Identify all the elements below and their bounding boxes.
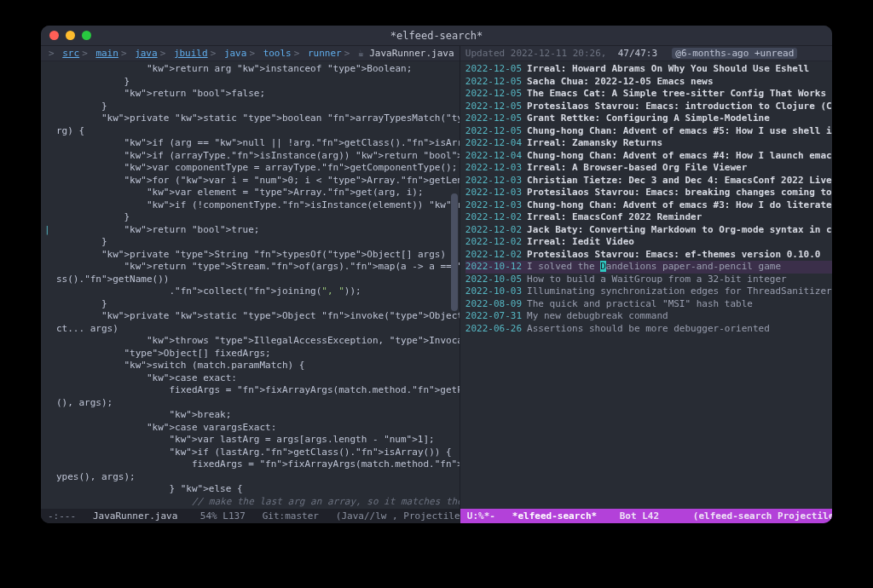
feed-row[interactable]: 2022-12-04Irreal: Zamansky Returns: [465, 137, 832, 150]
code-line[interactable]: "kw">throws "type">IllegalAccessExceptio…: [56, 335, 453, 348]
code-line[interactable]: "kw">if (!componentType."fn">isInstance(…: [56, 199, 453, 212]
code-line[interactable]: // make the last arg an array, so it mat…: [56, 496, 453, 509]
feed-row[interactable]: 2022-12-05Grant Rettke: Configuring A Si…: [465, 112, 832, 125]
feed-title: Illuminating synchronization edges for T…: [527, 285, 832, 298]
code-line[interactable]: "kw">switch (match.paramMatch) {: [56, 360, 453, 372]
breadcrumb-file[interactable]: JavaRunner.java: [369, 48, 454, 59]
feed-date: 2022-10-03: [465, 285, 522, 298]
code-line[interactable]: "kw">return arg "kw">instanceof "type">B…: [56, 63, 453, 76]
feed-row[interactable]: 2022-12-05The Emacs Cat: A Simple tree-s…: [465, 88, 832, 101]
feed-title: My new debugbreak command: [527, 310, 832, 323]
code-line[interactable]: "kw">return "bool">false;: [56, 88, 453, 101]
code-line[interactable]: "kw">if (lastArg."fn">getClass()."fn">is…: [56, 447, 453, 459]
feed-date: 2022-12-03: [465, 199, 522, 212]
code-line[interactable]: "kw">break;: [56, 409, 453, 422]
scrollbar-thumb-left[interactable]: [451, 193, 458, 311]
code-line[interactable]: }: [56, 236, 453, 249]
feed-row[interactable]: 2022-12-02Protesilaos Stavrou: Emacs: ef…: [465, 249, 832, 262]
code-line[interactable]: rg) {: [56, 125, 453, 138]
feed-row[interactable]: 2022-12-02Irreal: EmacsConf 2022 Reminde…: [465, 211, 832, 224]
modeline-vc: Git:master: [263, 510, 319, 522]
code-line[interactable]: "kw">return "type">Stream."fn">of(args).…: [56, 261, 453, 274]
feed-title: Chung-hong Chan: Advent of emacs #5: How…: [527, 125, 832, 138]
code-line[interactable]: "kw">if (arrayType."fn">isInstance(arg))…: [56, 150, 453, 163]
feed-title: Protesilaos Stavrou: Emacs: breaking cha…: [527, 187, 832, 199]
breadcrumb-segment[interactable]: jbuild: [174, 48, 208, 59]
feed-row[interactable]: 2022-12-02Irreal: Iedit Video: [465, 236, 832, 249]
feed-row[interactable]: 2022-12-02Jack Baty: Converting Markdown…: [465, 224, 832, 237]
breadcrumb[interactable]: > src> main> java> jbuild> java> tools> …: [41, 46, 460, 61]
feed-date: 2022-12-02: [465, 249, 522, 262]
feed-row[interactable]: 2022-07-31My new debugbreak command: [465, 310, 832, 323]
code-line[interactable]: "kw">if (arg == "kw">null || !arg."fn">g…: [56, 137, 453, 150]
feed-row[interactable]: 2022-10-05How to build a WaitGroup from …: [465, 274, 832, 286]
feed-title: Chung-hong Chan: Advent of emacs #3: How…: [527, 199, 832, 212]
window-title: *elfeed-search*: [41, 30, 832, 42]
modeline-right: U:%*- *elfeed-search* Bot L42 (elfeed-se…: [460, 509, 832, 523]
code-line[interactable]: "kw">var element = "type">Array."fn">get…: [56, 187, 453, 199]
feed-title: Grant Rettke: Configuring A Simple-Model…: [527, 112, 832, 125]
elfeed-updated: Updated 2022-12-11 20:26,: [465, 48, 607, 59]
breadcrumb-segment[interactable]: runner: [308, 48, 342, 59]
feed-date: 2022-12-03: [465, 187, 522, 199]
feed-date: 2022-12-05: [465, 125, 522, 138]
feed-title: Sacha Chua: 2022-12-05 Emacs news: [527, 76, 832, 89]
feed-row[interactable]: 2022-10-12I solved the Dandelions paper-…: [465, 261, 832, 274]
feed-date: 2022-12-05: [465, 112, 522, 125]
code-line[interactable]: "kw">private "type">String "fn">typesOf(…: [56, 249, 453, 262]
breadcrumb-segment[interactable]: src: [62, 48, 79, 59]
code-line[interactable]: "kw">for ("kw">var i = "num">0; i < "typ…: [56, 175, 453, 187]
feed-row[interactable]: 2022-12-05Chung-hong Chan: Advent of ema…: [465, 125, 832, 138]
modeline-left: -:--- JavaRunner.java 54% L137 Git:maste…: [41, 509, 460, 523]
code-line[interactable]: }: [56, 101, 453, 113]
feed-row[interactable]: 2022-12-04Chung-hong Chan: Advent of ema…: [465, 150, 832, 163]
code-line[interactable]: | "kw">return "bool">true;: [56, 224, 453, 237]
code-line[interactable]: ct... args): [56, 323, 453, 336]
feed-date: 2022-12-03: [465, 175, 522, 187]
feed-date: 2022-12-02: [465, 224, 522, 237]
code-line[interactable]: "kw">case varargsExact:: [56, 422, 453, 435]
feed-title: Irreal: EmacsConf 2022 Reminder: [527, 211, 832, 224]
code-line[interactable]: "kw">var lastArg = args[args.length - "n…: [56, 434, 453, 447]
feed-date: 2022-12-04: [465, 150, 522, 163]
breadcrumb-segment[interactable]: main: [95, 48, 119, 59]
code-line[interactable]: ."fn">collect("fn">joining(", "));: [56, 285, 453, 298]
code-line[interactable]: ss()."fn">getName()): [56, 274, 453, 286]
code-line[interactable]: (), args);: [56, 397, 453, 410]
left-pane: > src> main> java> jbuild> java> tools> …: [41, 46, 460, 523]
code-line[interactable]: fixedArgs = "fn">fixArrayArgs(match.meth…: [56, 384, 453, 397]
elfeed-counter: 47/47:3: [618, 48, 657, 59]
feed-date: 2022-07-31: [465, 310, 522, 323]
feed-row[interactable]: 2022-12-05Protesilaos Stavrou: Emacs: in…: [465, 101, 832, 113]
code-line[interactable]: }: [56, 76, 453, 89]
feed-row[interactable]: 2022-12-03Christian Tietze: Dec 3 and De…: [465, 175, 832, 187]
breadcrumb-segment[interactable]: tools: [263, 48, 292, 59]
code-line[interactable]: ypes(), args);: [56, 471, 453, 484]
code-line[interactable]: "kw">private "kw">static "type">boolean …: [56, 112, 453, 125]
code-line[interactable]: "kw">var componentType = arrayType."fn">…: [56, 162, 453, 175]
code-line[interactable]: }: [56, 298, 453, 311]
feed-row[interactable]: 2022-10-03Illuminating synchronization e…: [465, 285, 832, 298]
code-line[interactable]: "kw">case exact:: [56, 372, 453, 385]
elfeed-buffer[interactable]: 2022-12-05Irreal: Howard Abrams On Why Y…: [460, 61, 832, 509]
code-buffer[interactable]: "kw">return arg "kw">instanceof "type">B…: [41, 61, 460, 509]
code-line[interactable]: "kw">private "kw">static "type">Object "…: [56, 310, 453, 323]
feed-row[interactable]: 2022-12-05Sacha Chua: 2022-12-05 Emacs n…: [465, 76, 832, 89]
feed-row[interactable]: 2022-08-09The quick and practical "MSI" …: [465, 298, 832, 311]
feed-date: 2022-10-12: [465, 261, 522, 274]
feed-row[interactable]: 2022-12-03Protesilaos Stavrou: Emacs: br…: [465, 187, 832, 199]
feed-row[interactable]: 2022-12-05Irreal: Howard Abrams On Why Y…: [465, 63, 832, 76]
feed-row[interactable]: 2022-12-03Chung-hong Chan: Advent of ema…: [465, 199, 832, 212]
breadcrumb-segment[interactable]: java: [224, 48, 247, 59]
code-line[interactable]: "type">Object[] fixedArgs;: [56, 348, 453, 360]
code-line[interactable]: } "kw">else {: [56, 483, 453, 496]
code-line[interactable]: rargs parameter: [56, 508, 453, 509]
code-line[interactable]: }: [56, 211, 453, 224]
feed-date: 2022-12-02: [465, 211, 522, 224]
feed-title: Irreal: Zamansky Returns: [527, 137, 832, 150]
feed-row[interactable]: 2022-12-03Irreal: A Browser-based Org Fi…: [465, 162, 832, 175]
code-line[interactable]: fixedArgs = "fn">fixArrayArgs(match.meth…: [56, 458, 453, 471]
breadcrumb-segment[interactable]: java: [135, 48, 158, 59]
titlebar: *elfeed-search*: [41, 26, 832, 46]
feed-row[interactable]: 2022-06-26Assertions should be more debu…: [465, 323, 832, 336]
